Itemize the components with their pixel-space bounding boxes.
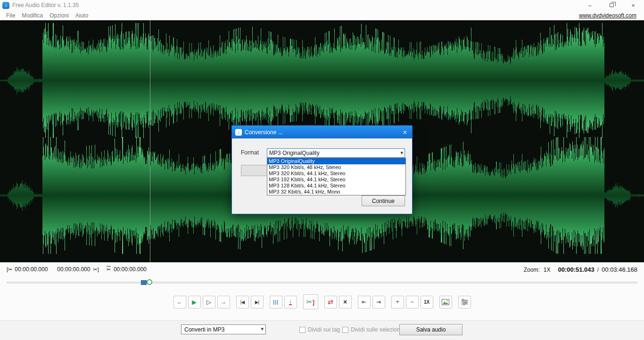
- time-separator: /: [597, 267, 599, 273]
- image-icon: [442, 299, 449, 305]
- skip-end-icon: ▶|: [255, 300, 259, 305]
- format-option[interactable]: MP3 192 Kbit/s, 44.1 kHz, Stereo: [267, 177, 405, 183]
- format-option[interactable]: MP3 320 Kbit/s, 44.1 kHz, Stereo: [267, 170, 405, 177]
- waveform-view-button[interactable]: [439, 296, 452, 308]
- play-icon: ▶: [192, 299, 197, 306]
- format-combobox[interactable]: MP3 OriginalQuality ▾: [267, 148, 405, 158]
- close-button[interactable]: ×: [622, 0, 644, 10]
- dialog-title: Conversione ...: [245, 129, 283, 136]
- arrow-to-bar-right-icon: ⇥: [376, 299, 381, 305]
- dialog-app-icon: ♪: [235, 129, 242, 136]
- selection-start-time: 00:00:00.000: [15, 266, 48, 273]
- menu-file[interactable]: File: [3, 11, 18, 20]
- format-option[interactable]: MP3 320 Kbit/s, 48 kHz, Stereo: [267, 164, 405, 170]
- zoom-out-button[interactable]: −: [406, 296, 419, 308]
- playhead-marker[interactable]: [147, 279, 152, 285]
- seek-handle[interactable]: [141, 280, 147, 285]
- seek-track[interactable]: [7, 282, 637, 283]
- cut-length-icon: ✂: [107, 267, 111, 273]
- zoom-in-button[interactable]: +: [391, 296, 404, 308]
- left-arrow-icon: ←: [177, 299, 182, 305]
- chevron-down-icon: ▾: [400, 150, 403, 156]
- cut-in-icon: [✂: [7, 267, 12, 273]
- app-icon: ♪: [2, 2, 9, 9]
- checkbox-dividi-selezioni-label: Dividi sulle selezioni: [351, 326, 401, 333]
- selection-times: [✂ 00:00:00.000 00:00:00.000 ✂] ✂ 00:00:…: [7, 266, 147, 273]
- cut-out-icon: ✂]: [93, 267, 99, 273]
- menu-opzioni[interactable]: Opzioni: [46, 11, 72, 20]
- dialog-close-button[interactable]: ×: [398, 126, 412, 138]
- settings-group: [458, 296, 471, 308]
- convert-button-partial[interactable]: [241, 165, 267, 176]
- skip-group: |◀ ▶|: [236, 296, 264, 308]
- plus-icon: +: [396, 299, 399, 305]
- next-marker-button[interactable]: ⇥: [372, 296, 385, 308]
- delete-selection-button[interactable]: ×: [339, 296, 352, 308]
- format-option[interactable]: MP3 OriginalQuality: [267, 158, 405, 164]
- convert-format-dropdown[interactable]: Converti in MP3 ▾: [181, 324, 266, 334]
- down-arrow-icon: ↓: [289, 299, 292, 305]
- menu-aiuto[interactable]: Aiuto: [72, 11, 91, 20]
- format-option[interactable]: MP3 32 Kbit/s, 44.1 kHz, Mono: [267, 189, 405, 195]
- prev-marker-button[interactable]: ⇤: [358, 296, 371, 308]
- record-group: ||| ↓: [270, 296, 297, 308]
- total-duration: 00:03:46.168: [602, 266, 637, 273]
- cut-bracket-icon: ]: [313, 299, 314, 306]
- zoom-reset-button[interactable]: 1X: [421, 296, 433, 308]
- dialog-title-bar[interactable]: ♪ Conversione ... ×: [232, 126, 412, 138]
- website-link[interactable]: www.dvdvideosoft.com: [579, 12, 636, 19]
- current-position: 00:00:51.043: [558, 266, 594, 273]
- status-bar: [✂ 00:00:00.000 00:00:00.000 ✂] ✂ 00:00:…: [0, 262, 644, 276]
- pause-bars-button[interactable]: |||: [270, 296, 282, 308]
- options-button[interactable]: [458, 296, 471, 308]
- save-audio-button[interactable]: Salva audio: [399, 324, 462, 335]
- record-button[interactable]: ↓: [284, 296, 297, 308]
- window-controls: – ×: [579, 0, 644, 10]
- zoom-position: Zoom: 1X 00:00:51.043 / 00:03:46.168: [524, 266, 637, 273]
- settings-sliders-icon: [461, 299, 468, 305]
- checkbox-dividi-tag-label: Dividi sui tag: [308, 326, 340, 333]
- format-combobox-value: MP3 OriginalQuality: [269, 150, 320, 156]
- vertical-bars-icon: |||: [273, 299, 279, 305]
- transport-group: ← ▶ ▷ →: [173, 296, 230, 308]
- marker-group: ⇤ ⇥: [358, 296, 385, 308]
- conversion-dialog: ♪ Conversione ... × Format MP3 OriginalQ…: [231, 125, 413, 214]
- play-button[interactable]: ▶: [188, 296, 201, 308]
- minus-icon: −: [410, 299, 413, 305]
- format-dropdown-list: MP3 OriginalQuality MP3 320 Kbit/s, 48 k…: [267, 158, 406, 195]
- cut-group: ✂ ]: [303, 294, 318, 309]
- continue-button[interactable]: Continue: [362, 195, 405, 206]
- format-label: Format: [241, 149, 259, 156]
- format-option[interactable]: MP3 128 Kbit/s, 44.1 kHz, Stereo: [267, 183, 405, 189]
- right-arrow-icon: →: [221, 299, 226, 305]
- go-to-end-button[interactable]: ▶|: [251, 296, 264, 308]
- convert-format-value: Converti in MP3: [184, 326, 224, 333]
- selection-end-time: 00:00:00.000: [57, 266, 90, 273]
- play-selection-button[interactable]: ▷: [203, 296, 215, 308]
- zoom-label: Zoom:: [524, 267, 540, 273]
- scissors-icon: ✂: [306, 298, 312, 306]
- checkbox-dividi-selezioni[interactable]: [342, 327, 348, 333]
- cross-icon: ×: [343, 298, 347, 306]
- menu-modifica[interactable]: Modifica: [18, 11, 46, 20]
- step-back-button[interactable]: ←: [173, 296, 186, 308]
- edit-group: ⇄ ×: [324, 296, 352, 308]
- seek-row: [0, 276, 644, 289]
- title-bar: ♪ Free Audio Editor v. 1.1.35 – ×: [0, 0, 644, 10]
- app-window: ♪ Free Audio Editor v. 1.1.35 – × File M…: [0, 0, 644, 340]
- swap-selection-button[interactable]: ⇄: [324, 296, 337, 308]
- toolbar: ← ▶ ▷ → |◀ ▶| ||| ↓ ✂ ] ⇄ × ⇤ ⇥ +: [0, 291, 644, 313]
- skip-start-icon: |◀: [240, 300, 244, 305]
- step-forward-button[interactable]: →: [217, 296, 230, 308]
- go-to-start-button[interactable]: |◀: [236, 296, 249, 308]
- zoom-reset-label: 1X: [424, 300, 429, 305]
- restore-icon: [610, 3, 614, 7]
- cut-button[interactable]: ✂ ]: [303, 294, 318, 309]
- checkbox-dividi-tag[interactable]: [299, 327, 305, 333]
- selection-length-time: 00:00:00.000: [114, 266, 147, 273]
- zoom-value: 1X: [544, 267, 551, 273]
- maximize-button[interactable]: [601, 0, 622, 10]
- zoom-group: + − 1X: [391, 296, 433, 308]
- menu-bar: File Modifica Opzioni Aiuto www.dvdvideo…: [0, 10, 644, 20]
- minimize-button[interactable]: –: [579, 0, 601, 10]
